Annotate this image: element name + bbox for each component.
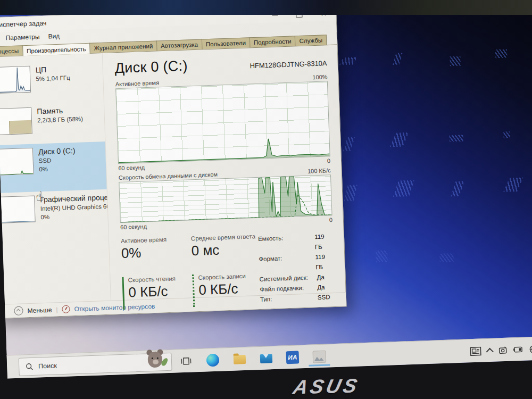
cpu-title: ЦП [35,63,102,74]
wallpaper-glyph [503,178,523,192]
mail-icon [260,354,272,363]
ia-app-icon: ИА [286,351,299,364]
search-icon [26,363,33,370]
stat-active-time: Активное время 0% [121,235,192,270]
hidden-icons-chevron[interactable] [486,347,494,355]
active-app-indicator [309,364,330,366]
chart2-ymax: 100 КБ/с [307,167,331,174]
sidebar-item-memory[interactable]: Память 2,2/3,8 ГБ (58%) [0,101,105,146]
detail-label: Формат: [259,252,316,275]
chart1-ymax: 100% [312,73,328,80]
laptop-bezel-top [0,0,532,15]
detail-value: 119 ГБ [314,231,334,252]
stat-response-time: Среднее время ответа 0 мс [191,233,256,268]
tab-processes[interactable]: Процессы [0,45,23,56]
search-highlight-bear-image[interactable] [145,349,168,371]
disk-mini-graph [0,148,34,176]
memory-title: Память [37,105,104,115]
tab-services[interactable]: Службы [295,35,327,46]
page-title: Диск 0 (C:) [114,57,188,77]
laptop-screen: Диспетчер задач ✕ Параметры Вид Процессы… [0,0,532,379]
wallpaper-glyph [393,53,402,65]
memory-mini-graph [0,107,32,135]
disk-title: Диск 0 (C:) [38,145,105,156]
stat-write-speed: Скорость записи 0 КБ/с [192,272,257,307]
ia-app-button[interactable]: ИА [285,347,300,367]
wallpaper-glyph [450,56,461,66]
wallpaper-glyph [439,253,454,262]
tab-users[interactable]: Пользователи [202,37,251,49]
chart1-label: Активное время [115,79,160,87]
tab-startup[interactable]: Автозагрузка [156,39,202,51]
chart1-y0: 0 [327,157,331,164]
detail-value: 119 ГБ [315,252,334,272]
news-widgets-icon[interactable] [470,346,481,356]
transfer-rate-chart [119,174,332,223]
menu-view[interactable]: Вид [48,32,60,40]
search-input[interactable]: Поиск [19,353,172,376]
wallpaper-glyph [393,180,414,197]
wallpaper-glyph [390,132,409,147]
footer-divider: | [56,306,58,313]
sidebar-item-disk0[interactable]: Диск 0 (C:) SSD 0% [0,142,107,194]
photos-app-icon [312,350,326,363]
file-explorer-button[interactable] [232,350,246,369]
collapse-chevron-icon [14,306,23,315]
detail-value: Да [317,272,325,282]
gpu-mini-graph [0,196,36,223]
wallpaper-glyph [449,135,463,142]
wallpaper-glyph [495,49,508,58]
resource-monitor-icon [62,305,70,313]
gpu-title: Графический процессор [40,193,107,204]
battery-icon[interactable] [513,346,523,353]
system-tray [470,337,532,363]
active-time-chart [115,81,330,164]
folder-icon [233,354,246,364]
stat-value: 0% [121,243,192,262]
task-view-icon [181,356,192,365]
disk-model: HFM128GDJTNG-8310A [250,59,327,72]
fewer-details-button[interactable]: Меньше [27,306,52,314]
asus-logo: ASUS [291,375,362,398]
memory-fill-bar [9,120,31,134]
network-globe-icon[interactable] [529,344,532,354]
tab-details[interactable]: Подробности [250,36,296,47]
detail-value: Да [317,282,325,293]
search-placeholder: Поиск [38,362,57,370]
chart2-xlabel: 60 секунд [120,223,147,230]
detail-row: Формат:119 ГБ [259,252,334,275]
tray-device-icon[interactable] [498,346,508,354]
edge-browser-button[interactable] [205,351,220,370]
task-view-button[interactable] [179,351,193,371]
photos-app-button[interactable] [312,347,326,367]
wallpaper-glyph [503,131,510,138]
wallpaper-glyph [451,181,464,196]
menu-options[interactable]: Параметры [5,33,39,41]
stat-value: 0 КБ/с [198,280,257,298]
detail-label: Тип: [260,293,318,305]
task-manager-window: Диспетчер задач ✕ Параметры Вид Процессы… [0,5,347,319]
stat-value: 0 мс [191,240,255,259]
cpu-stats: 5% 1,04 ГГц [36,73,103,84]
mail-button[interactable] [259,348,273,368]
wallpaper-glyph [339,57,358,65]
stat-read-speed: Скорость чтения 0 КБ/с [122,275,193,310]
chart1-xlabel: 60 секунд [118,164,145,171]
performance-sidebar: ЦП 5% 1,04 ГГц Память 2,2/3,8 ГБ (58%) [0,53,111,304]
stat-label: Скорость записи [198,272,256,281]
chart2-y0: 0 [329,217,333,223]
memory-stats: 2,2/3,8 ГБ (58%) [37,114,104,125]
wallpaper-glyph [343,137,355,152]
wallpaper-glyph [376,251,388,263]
minimize-icon [272,15,278,15]
sidebar-item-gpu[interactable]: Графический процессор Intel(R) UHD Graph… [0,189,109,239]
sidebar-item-cpu[interactable]: ЦП 5% 1,04 ГГц [0,60,104,105]
wallpaper-glyph [344,185,358,201]
disk-performance-pane: Диск 0 (C:) HFM128GDJTNG-8310A Активное … [103,45,346,301]
detail-label: Емкость: [258,232,315,254]
edge-icon [206,354,220,367]
cpu-mini-graph [0,66,31,94]
detail-row: Емкость:119 ГБ [258,231,334,254]
stat-value: 0 КБ/с [128,282,193,301]
detail-value: SSD [318,292,330,303]
